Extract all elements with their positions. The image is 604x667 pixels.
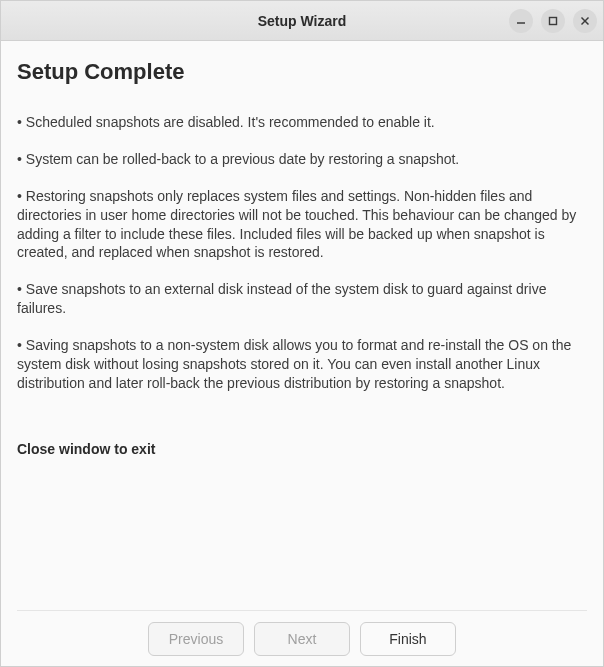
setup-wizard-window: Setup Wizard Setup Complete • Scheduled … <box>0 0 604 667</box>
bullet-item: • System can be rolled-back to a previou… <box>17 150 587 169</box>
svg-rect-1 <box>550 17 557 24</box>
page-heading: Setup Complete <box>17 59 587 85</box>
content-area: Setup Complete • Scheduled snapshots are… <box>1 41 603 666</box>
finish-button[interactable]: Finish <box>360 622 456 656</box>
bullet-text: Save snapshots to an external disk inste… <box>17 281 546 316</box>
bullet-text: Restoring snapshots only replaces system… <box>17 188 576 261</box>
next-button[interactable]: Next <box>254 622 350 656</box>
minimize-icon <box>516 16 526 26</box>
maximize-icon <box>548 16 558 26</box>
minimize-button[interactable] <box>509 9 533 33</box>
bullet-item: • Saving snapshots to a non-system disk … <box>17 336 587 393</box>
close-icon <box>580 16 590 26</box>
bullet-text: Scheduled snapshots are disabled. It's r… <box>26 114 435 130</box>
titlebar: Setup Wizard <box>1 1 603 41</box>
maximize-button[interactable] <box>541 9 565 33</box>
window-title: Setup Wizard <box>258 13 347 29</box>
close-hint: Close window to exit <box>17 441 587 457</box>
bullet-item: • Save snapshots to an external disk ins… <box>17 280 587 318</box>
bullet-text: Saving snapshots to a non-system disk al… <box>17 337 571 391</box>
footer-buttons: Previous Next Finish <box>17 610 587 666</box>
close-button[interactable] <box>573 9 597 33</box>
bullet-text: System can be rolled-back to a previous … <box>26 151 459 167</box>
previous-button[interactable]: Previous <box>148 622 244 656</box>
window-controls <box>509 9 597 33</box>
bullet-item: • Scheduled snapshots are disabled. It's… <box>17 113 587 132</box>
bullet-item: • Restoring snapshots only replaces syst… <box>17 187 587 263</box>
